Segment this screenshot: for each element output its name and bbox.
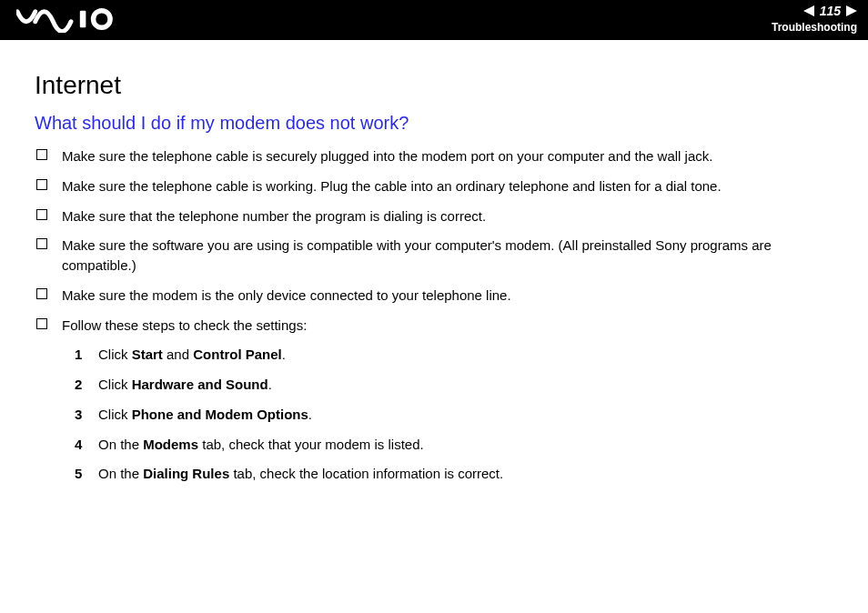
page-title: Internet: [35, 71, 848, 100]
svg-point-1: [94, 11, 111, 28]
page-subtitle: What should I do if my modem does not wo…: [35, 113, 848, 134]
step-text: .: [308, 407, 312, 422]
step-item: Click Start and Control Panel.: [75, 345, 848, 365]
list-item: Make sure the telephone cable is working…: [35, 176, 848, 196]
list-item: Make sure that the telephone number the …: [35, 206, 848, 226]
step-text: On the: [98, 437, 143, 452]
header-bar: 115 Troubleshooting: [0, 0, 868, 40]
list-item: Make sure the telephone cable is securel…: [35, 146, 848, 166]
step-bold: Hardware and Sound: [132, 377, 268, 392]
step-bold: Dialing Rules: [143, 466, 229, 481]
step-text: tab, check that your modem is listed.: [198, 437, 424, 452]
list-item: Make sure the modem is the only device c…: [35, 286, 848, 306]
document-page: 115 Troubleshooting Internet What should…: [0, 0, 868, 613]
svg-rect-0: [80, 11, 86, 28]
step-item: On the Dialing Rules tab, check the loca…: [75, 464, 848, 484]
step-item: Click Hardware and Sound.: [75, 375, 848, 395]
section-label: Troubleshooting: [772, 21, 857, 34]
step-bold: Phone and Modem Options: [132, 407, 308, 422]
bullet-list: Make sure the telephone cable is securel…: [35, 146, 848, 335]
list-item: Make sure the software you are using is …: [35, 236, 848, 276]
next-page-arrow-icon[interactable]: [846, 5, 857, 16]
page-number: 115: [820, 4, 841, 19]
list-item: Follow these steps to check the settings…: [35, 316, 848, 336]
step-item: Click Phone and Modem Options.: [75, 405, 848, 425]
step-item: On the Modems tab, check that your modem…: [75, 435, 848, 455]
page-navigation: 115 Troubleshooting: [772, 4, 857, 34]
step-text: Click: [98, 347, 132, 362]
numbered-steps: Click Start and Control Panel. Click Har…: [75, 345, 848, 484]
step-text: and: [163, 347, 193, 362]
prev-page-arrow-icon[interactable]: [803, 5, 814, 16]
step-bold: Control Panel: [193, 347, 282, 362]
step-text: .: [282, 347, 286, 362]
step-text: Click: [98, 407, 132, 422]
vaio-logo: [16, 5, 126, 33]
step-text: On the: [98, 466, 143, 481]
step-bold: Modems: [143, 437, 198, 452]
step-text: .: [268, 377, 272, 392]
step-text: tab, check the location information is c…: [229, 466, 503, 481]
step-text: Click: [98, 377, 132, 392]
page-content: Internet What should I do if my modem do…: [0, 40, 868, 484]
step-bold: Start: [132, 347, 163, 362]
